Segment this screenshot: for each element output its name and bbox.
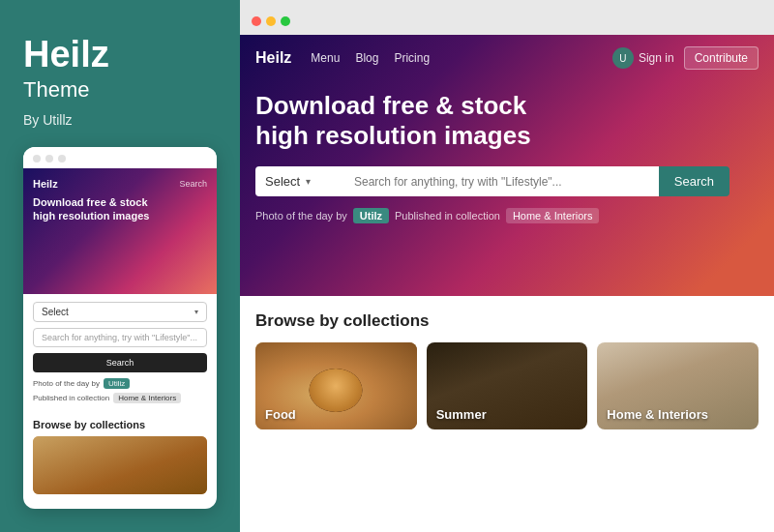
hero-section: Heilz Menu Blog Pricing U Sign in Contri…: [240, 35, 774, 296]
nav-signin-label: Sign in: [639, 51, 674, 65]
mobile-collection-food: [33, 436, 207, 494]
brand-subtitle: Theme: [23, 77, 217, 103]
collection-card-summer[interactable]: Summer: [427, 342, 588, 429]
mobile-hero: Heilz Search Download free & stockhigh r…: [23, 168, 217, 294]
nav-logo: Heilz: [255, 49, 291, 67]
mobile-food-bg: [33, 436, 207, 494]
mobile-tag-published: Published in collection: [33, 394, 109, 402]
mobile-browser-dots: [23, 147, 217, 168]
mobile-browse-title: Browse by collections: [23, 419, 217, 430]
mobile-dot-red: [33, 155, 41, 163]
search-bar: Select ▾ Search: [255, 166, 729, 196]
photo-day-label: Photo of the day by: [255, 210, 347, 222]
mobile-select-arrow-icon: ▾: [194, 308, 198, 316]
food-bowl-icon: [310, 369, 363, 412]
browser-dot-red: [252, 16, 261, 26]
browser-chrome: [240, 0, 774, 35]
tag-published-label: Published in collection: [395, 210, 500, 222]
hero-content: Download free & stockhigh resolution ima…: [240, 81, 774, 239]
nav-right: U Sign in Contribute: [612, 46, 759, 70]
search-input[interactable]: [342, 166, 659, 196]
search-select-arrow-icon: ▾: [306, 176, 311, 187]
browser-dot-green: [281, 16, 290, 26]
mobile-content: Select ▾ Search for anything, try with "…: [23, 294, 217, 411]
hero-title: Download free & stockhigh resolution ima…: [255, 91, 604, 151]
collection-label-food: Food: [265, 407, 296, 422]
search-select-dropdown[interactable]: Select ▾: [255, 166, 342, 196]
mobile-tag-home[interactable]: Home & Interiors: [113, 393, 181, 403]
collection-card-home-interiors[interactable]: Home & Interiors: [597, 342, 759, 429]
brand-by: By Utillz: [23, 112, 217, 128]
mobile-nav: Heilz Search: [33, 178, 207, 190]
nav-link-pricing[interactable]: Pricing: [394, 51, 430, 65]
photo-day-row: Photo of the day by Utilz Published in c…: [255, 208, 759, 223]
nav-contribute-button[interactable]: Contribute: [684, 46, 759, 70]
right-panel: Heilz Menu Blog Pricing U Sign in Contri…: [240, 0, 774, 532]
tag-utilz[interactable]: Utilz: [353, 208, 389, 223]
mobile-photo-day-label: Photo of the day by: [33, 379, 100, 388]
mobile-preview: Heilz Search Download free & stockhigh r…: [23, 147, 217, 509]
mobile-dot-green: [58, 155, 66, 163]
browse-section: Browse by collections Food Summer: [240, 296, 774, 532]
nav-avatar: U: [612, 47, 634, 69]
brand-title: Heilz: [23, 35, 217, 75]
collection-label-summer: Summer: [436, 407, 487, 422]
search-select-label: Select: [265, 174, 300, 189]
collection-label-home: Home & Interiors: [607, 407, 708, 422]
mobile-select[interactable]: Select ▾: [33, 302, 207, 322]
food-bowl-fill: [310, 369, 363, 412]
mobile-nav-logo: Heilz: [33, 178, 58, 190]
mobile-tag-utilz[interactable]: Utiliz: [104, 378, 130, 389]
mobile-photo-day-row: Photo of the day by Utiliz Published in …: [33, 378, 207, 403]
nav-links: Menu Blog Pricing: [311, 51, 430, 65]
tag-home-interiors[interactable]: Home & Interiors: [506, 208, 600, 223]
nav-bar: Heilz Menu Blog Pricing U Sign in Contri…: [240, 35, 774, 81]
mobile-nav-search: Search: [179, 179, 207, 189]
mobile-dot-yellow: [45, 155, 53, 163]
website: Heilz Menu Blog Pricing U Sign in Contri…: [240, 35, 774, 532]
search-button[interactable]: Search: [659, 166, 729, 196]
mobile-search-input[interactable]: Search for anything, try with "Lifestyle…: [33, 328, 207, 347]
nav-link-menu[interactable]: Menu: [311, 51, 340, 65]
collection-card-food[interactable]: Food: [255, 342, 417, 429]
browser-dot-yellow: [266, 16, 276, 26]
mobile-hero-text: Download free & stockhigh resolution ima…: [33, 195, 207, 223]
mobile-search-button[interactable]: Search: [33, 353, 207, 372]
nav-link-blog[interactable]: Blog: [355, 51, 378, 65]
browser-dots: [252, 16, 290, 26]
browse-title: Browse by collections: [255, 311, 759, 331]
mobile-select-label: Select: [42, 307, 69, 317]
collections-grid: Food Summer Home & Interiors: [255, 342, 759, 429]
nav-signin-button[interactable]: U Sign in: [612, 47, 674, 69]
left-panel: Heilz Theme By Utillz Heilz Search Downl…: [0, 0, 240, 532]
